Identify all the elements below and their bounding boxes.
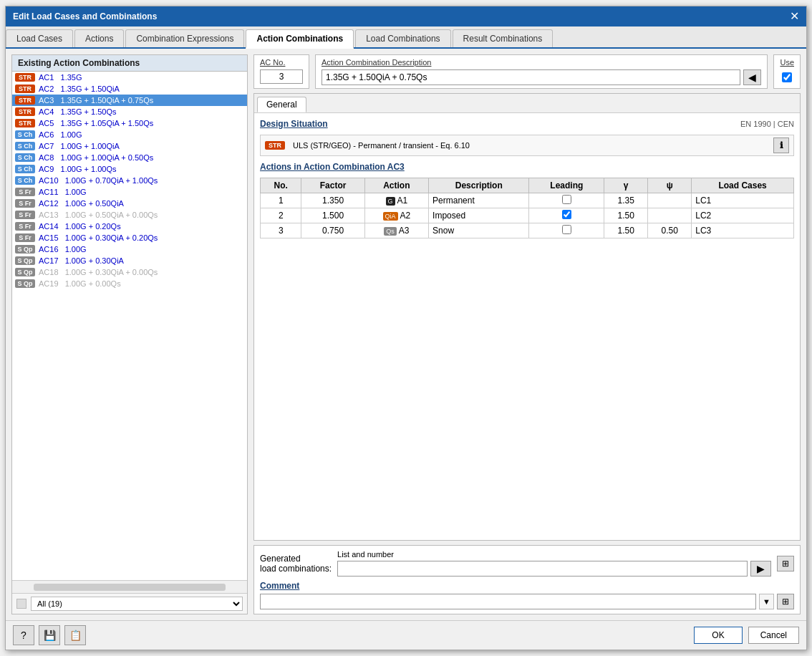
label-ac6: AC6 1.00G	[39, 130, 82, 139]
ac-item-ac16[interactable]: S QpAC16 1.00G	[12, 243, 247, 255]
ac-item-ac1[interactable]: STRAC1 1.35G	[12, 72, 247, 83]
label-ac17: AC17 1.00G + 0.30QiA	[39, 256, 124, 265]
ac-item-ac19[interactable]: S QpAC19 1.00G + 0.00Qs	[12, 278, 247, 289]
badge-ac15: S Fr	[15, 233, 35, 242]
ac-list[interactable]: STRAC1 1.35GSTRAC2 1.35G + 1.50QiASTRAC3…	[12, 72, 247, 580]
col-action: Action	[364, 178, 428, 193]
cell-factor: 1.350	[301, 193, 364, 208]
cell-factor: 1.500	[301, 208, 364, 223]
table-row: 2 1.500 QiAA2 Imposed 1.50 LC2	[261, 208, 794, 223]
go-button[interactable]: ▶	[750, 561, 771, 577]
col-leading: Leading	[529, 178, 604, 193]
ac-item-ac17[interactable]: S QpAC17 1.00G + 0.30QiA	[12, 255, 247, 266]
badge-ac16: S Qp	[15, 245, 35, 254]
save-button[interactable]: 💾	[39, 625, 60, 645]
ac-item-ac18[interactable]: S QpAC18 1.00G + 0.30QiA + 0.00Qs	[12, 266, 247, 278]
cancel-button[interactable]: Cancel	[748, 627, 799, 644]
list-number-label: List and number	[337, 550, 771, 559]
filter-indicator	[16, 599, 26, 609]
ac-item-ac14[interactable]: S FrAC14 1.00G + 0.20Qs	[12, 221, 247, 232]
label-ac12: AC12 1.00G + 0.50QiA	[39, 199, 124, 208]
desc-arrow-button[interactable]: ◀	[743, 69, 761, 85]
ac-item-ac8[interactable]: S ChAC8 1.00G + 1.00QiA + 0.50Qs	[12, 152, 247, 163]
comment-dropdown-arrow: ▼	[759, 594, 774, 609]
help-button[interactable]: ?	[13, 625, 34, 645]
ac-item-ac5[interactable]: STRAC5 1.35G + 1.05QiA + 1.50Qs	[12, 117, 247, 129]
comment-input-row: ▼ ⊞	[260, 594, 794, 609]
filter-dropdown[interactable]: All (19)	[31, 597, 243, 611]
info-button[interactable]: ℹ	[773, 138, 789, 153]
label-ac14: AC14 1.00G + 0.20Qs	[39, 222, 121, 231]
tab-load-cases[interactable]: Load Cases	[6, 29, 73, 47]
top-row: AC No. Action Combination Description ◀ …	[253, 54, 801, 89]
label-ac1: AC1 1.35G	[39, 73, 82, 82]
list-number-input[interactable]	[337, 561, 748, 577]
tab-combination-expressions[interactable]: Combination Expressions	[125, 29, 244, 47]
cell-description: Snow	[429, 223, 529, 238]
cell-description: Permanent	[429, 193, 529, 208]
ac-no-input[interactable]	[260, 69, 303, 84]
footer-buttons: OK Cancel	[694, 627, 799, 644]
en-ref: EN 1990 | CEN	[740, 120, 794, 128]
badge-ac10: S Ch	[15, 176, 35, 185]
cell-load-cases: LC1	[692, 193, 794, 208]
ac-item-ac9[interactable]: S ChAC9 1.00G + 1.00Qs	[12, 163, 247, 175]
cell-leading[interactable]	[529, 193, 604, 208]
desc-label: Action Combination Description	[322, 58, 761, 67]
label-ac2: AC2 1.35G + 1.50QiA	[39, 85, 120, 93]
cell-leading[interactable]	[529, 223, 604, 238]
ac-item-ac11[interactable]: S FrAC11 1.00G	[12, 186, 247, 198]
desc-input[interactable]	[322, 69, 740, 85]
subtab-general[interactable]: General	[257, 97, 306, 112]
cell-action: QiAA2	[364, 208, 428, 223]
badge-ac14: S Fr	[15, 222, 35, 231]
left-footer: All (19)	[12, 593, 247, 614]
ac-item-ac3[interactable]: STRAC3 1.35G + 1.50QiA + 0.75Qs	[12, 95, 247, 106]
cell-description: Imposed	[429, 208, 529, 223]
tab-result-combinations[interactable]: Result Combinations	[453, 29, 554, 47]
ac-item-ac15[interactable]: S FrAC15 1.00G + 0.30QiA + 0.20Qs	[12, 232, 247, 243]
ac-item-ac4[interactable]: STRAC4 1.35G + 1.50Qs	[12, 106, 247, 117]
ac-item-ac12[interactable]: S FrAC12 1.00G + 0.50QiA	[12, 198, 247, 209]
label-ac5: AC5 1.35G + 1.05QiA + 1.50Qs	[39, 119, 153, 127]
comment-expand-button[interactable]: ⊞	[777, 594, 794, 609]
left-panel-header: Existing Action Combinations	[12, 55, 247, 72]
tab-action-combinations[interactable]: Action Combinations	[246, 29, 354, 49]
list-number-section: List and number ▶	[337, 550, 771, 577]
use-checkbox[interactable]	[782, 72, 792, 82]
cell-leading[interactable]	[529, 208, 604, 223]
cell-psi: 0.50	[648, 223, 692, 238]
badge-ac4: STR	[15, 107, 35, 116]
dialog-footer: ? 💾 📋 OK Cancel	[6, 620, 806, 650]
comment-input[interactable]	[260, 594, 756, 609]
left-scroll-bar[interactable]	[34, 584, 226, 591]
actions-table-body: 1 1.350 GA1 Permanent 1.35 LC1 2 1.500 Q…	[261, 193, 794, 238]
ac-item-ac10[interactable]: S ChAC10 1.00G + 0.70QiA + 1.00Qs	[12, 175, 247, 186]
cell-gamma: 1.50	[604, 223, 648, 238]
close-button[interactable]: ✕	[790, 11, 799, 22]
label-ac8: AC8 1.00G + 1.00QiA + 0.50Qs	[39, 153, 153, 162]
dialog: Edit Load Cases and Combinations ✕ Load …	[5, 6, 807, 650]
general-content: Design Situation EN 1990 | CEN STR ULS (…	[254, 113, 800, 540]
subtab-bar: General	[254, 94, 800, 113]
table-icon-button[interactable]: ⊞	[777, 556, 794, 571]
ac-item-ac6[interactable]: S ChAC6 1.00G	[12, 129, 247, 140]
label-ac3: AC3 1.35G + 1.50QiA + 0.75Qs	[39, 96, 153, 105]
label-ac18: AC18 1.00G + 0.30QiA + 0.00Qs	[39, 268, 158, 276]
comment-label: Comment	[260, 581, 794, 591]
copy-button[interactable]: 📋	[64, 625, 86, 645]
use-label: Use	[780, 58, 794, 67]
ac-item-ac7[interactable]: S ChAC7 1.00G + 1.00QiA	[12, 140, 247, 152]
badge-ac9: S Ch	[15, 165, 35, 173]
label-ac11: AC11 1.00G	[39, 188, 87, 196]
cell-action: GA1	[364, 193, 428, 208]
comment-section: Comment ▼ ⊞	[260, 581, 794, 609]
cell-load-cases: LC2	[692, 208, 794, 223]
title-bar: Edit Load Cases and Combinations ✕	[6, 6, 806, 26]
ok-button[interactable]: OK	[694, 627, 742, 644]
ac-item-ac2[interactable]: STRAC2 1.35G + 1.50QiA	[12, 83, 247, 95]
badge-ac11: S Fr	[15, 188, 35, 196]
tab-load-combinations[interactable]: Load Combinations	[355, 29, 450, 47]
tab-actions[interactable]: Actions	[74, 29, 124, 47]
ac-item-ac13[interactable]: S FrAC13 1.00G + 0.50QiA + 0.00Qs	[12, 209, 247, 221]
